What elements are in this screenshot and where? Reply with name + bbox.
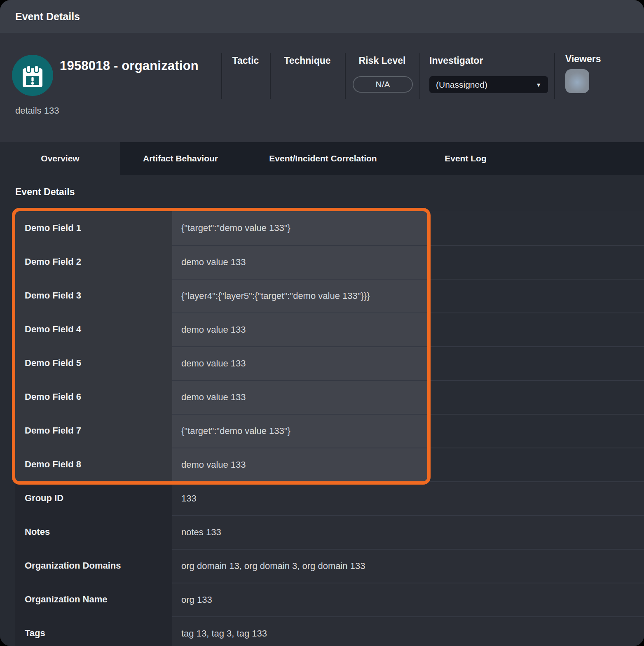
field-value: {"target":"demo value 133"}: [172, 211, 644, 245]
field-label: Demo Field 4: [15, 313, 172, 346]
section-title: Event Details: [15, 186, 644, 198]
technique-label: Technique: [270, 55, 345, 66]
event-details-table: Demo Field 1 {"target":"demo value 133"}…: [15, 211, 644, 646]
calendar-alert-icon: [12, 55, 53, 96]
table-row: Demo Field 8 demo value 133: [15, 448, 644, 481]
window-title-bar: Event Details: [0, 0, 644, 33]
tab-event-incident-correlation[interactable]: Event/Incident Correlation: [241, 142, 405, 175]
investigator-label: Investigator: [429, 55, 512, 66]
divider: [419, 53, 420, 99]
table-row: Demo Field 2 demo value 133: [15, 245, 644, 279]
field-value: notes 133: [172, 515, 644, 549]
field-value: org 133: [172, 583, 644, 616]
field-value: demo value 133: [172, 346, 644, 380]
field-label: Organization Domains: [15, 549, 172, 583]
field-value: {"layer4":{"layer5":{"target":"demo valu…: [172, 279, 644, 313]
overview-panel: Event Details Demo Field 1 {"target":"de…: [0, 175, 644, 646]
field-label: Tags: [15, 616, 172, 646]
field-value: demo value 133: [172, 448, 644, 481]
event-title: 1958018 - organization: [60, 58, 199, 73]
field-label: Demo Field 1: [15, 211, 172, 245]
event-subtitle: details 133: [15, 105, 59, 116]
field-value: 133: [172, 481, 644, 515]
event-header: 1958018 - organization details 133 Tacti…: [0, 33, 644, 142]
field-value: org domain 13, org domain 3, org domain …: [172, 549, 644, 583]
field-label: Demo Field 6: [15, 380, 172, 414]
field-label: Demo Field 8: [15, 448, 172, 481]
field-label: Demo Field 2: [15, 245, 172, 279]
investigator-dropdown[interactable]: (Unassigned) ▼: [429, 76, 548, 93]
field-value: demo value 133: [172, 245, 644, 279]
table-row: Demo Field 5 demo value 133: [15, 346, 644, 380]
field-label: Demo Field 7: [15, 414, 172, 448]
risk-level-badge: N/A: [353, 76, 413, 93]
field-value: tag 13, tag 3, tag 133: [172, 616, 644, 646]
table-row: Organization Name org 133: [15, 583, 644, 616]
tab-artifact-behaviour[interactable]: Artifact Behaviour: [120, 142, 241, 175]
event-details-panel: Event Details 1958018 - organization det…: [0, 0, 644, 646]
table-row: Tags tag 13, tag 3, tag 133: [15, 616, 644, 646]
window-title: Event Details: [15, 11, 80, 23]
table-row: Demo Field 6 demo value 133: [15, 380, 644, 414]
field-value: demo value 133: [172, 313, 644, 346]
tab-event-log[interactable]: Event Log: [405, 142, 526, 175]
table-row: Demo Field 7 {"target":"demo value 133"}: [15, 414, 644, 448]
field-label: Demo Field 5: [15, 346, 172, 380]
field-label: Notes: [15, 515, 172, 549]
tab-bar: Overview Artifact Behaviour Event/Incide…: [0, 142, 644, 175]
viewer-avatar[interactable]: [565, 69, 589, 93]
investigator-value: (Unassigned): [436, 80, 536, 90]
tactic-label: Tactic: [221, 55, 270, 66]
table-row: Demo Field 4 demo value 133: [15, 313, 644, 346]
table-row: Group ID 133: [15, 481, 644, 515]
chevron-down-icon: ▼: [536, 82, 541, 88]
risk-level-value: N/A: [375, 79, 390, 89]
field-value: demo value 133: [172, 380, 644, 414]
field-label: Group ID: [15, 481, 172, 515]
table-row: Notes notes 133: [15, 515, 644, 549]
table-row: Demo Field 1 {"target":"demo value 133"}: [15, 211, 644, 245]
divider: [554, 53, 555, 99]
field-value: {"target":"demo value 133"}: [172, 414, 644, 448]
viewers-label: Viewers: [565, 54, 644, 65]
table-row: Organization Domains org domain 13, org …: [15, 549, 644, 583]
risk-level-label: Risk Level: [345, 55, 419, 66]
field-label: Demo Field 3: [15, 279, 172, 313]
table-row: Demo Field 3 {"layer4":{"layer5":{"targe…: [15, 279, 644, 313]
tab-overview[interactable]: Overview: [0, 142, 120, 175]
field-label: Organization Name: [15, 583, 172, 616]
